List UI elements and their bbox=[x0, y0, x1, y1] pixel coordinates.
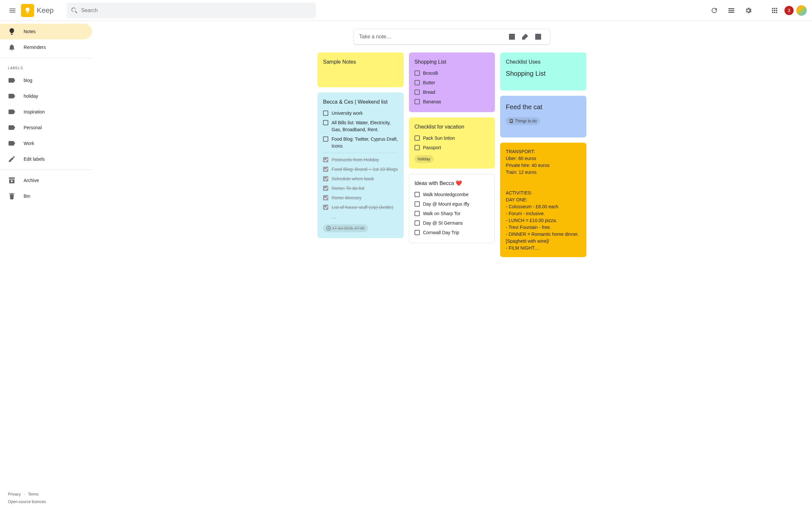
new-list-icon[interactable] bbox=[505, 30, 518, 43]
sidebar-item-label-work[interactable]: Work bbox=[0, 135, 92, 151]
menu-icon[interactable] bbox=[5, 3, 20, 18]
note-checklist-uses[interactable]: Checklist Uses Shopping List bbox=[500, 53, 586, 91]
note-sample-notes[interactable]: Sample Notes bbox=[317, 53, 404, 87]
checkbox-checked-icon[interactable] bbox=[323, 157, 328, 162]
checkbox-empty-icon[interactable] bbox=[414, 192, 420, 197]
checkbox-checked-icon[interactable] bbox=[323, 185, 328, 191]
list-item[interactable]: Rome: To do list bbox=[323, 184, 398, 193]
note-shopping-list[interactable]: Shopping List Brocolli Butter Bread Bana… bbox=[409, 53, 495, 112]
label-icon bbox=[8, 76, 24, 84]
list-item[interactable]: Day @ St Germans bbox=[414, 218, 489, 228]
sidebar-item-bin[interactable]: Bin bbox=[0, 188, 92, 204]
doc-chip[interactable]: Things to do bbox=[506, 117, 540, 125]
checkbox-checked-icon[interactable] bbox=[323, 167, 328, 172]
take-note-placeholder: Take a note… bbox=[359, 34, 505, 40]
licences-link[interactable]: Open-source licences bbox=[8, 500, 46, 504]
list-item[interactable]: Rome itinerary bbox=[323, 193, 398, 203]
note-title: Checklist Uses bbox=[506, 58, 581, 66]
sidebar-item-archive[interactable]: Archive bbox=[0, 172, 92, 188]
sidebar-label: Notes bbox=[24, 29, 36, 34]
logo-area[interactable]: Keep bbox=[21, 4, 54, 17]
list-item[interactable]: Food Blog: Twitter, Cyprus Draft, Icons bbox=[323, 134, 398, 151]
doc-icon bbox=[509, 119, 514, 123]
list-item[interactable]: Postcards from Holiday bbox=[323, 155, 398, 165]
checkbox-empty-icon[interactable] bbox=[414, 70, 420, 76]
list-item[interactable]: Bananas bbox=[414, 97, 489, 107]
terms-link[interactable]: Terms bbox=[28, 492, 39, 497]
refresh-icon[interactable] bbox=[707, 3, 721, 18]
account-avatar[interactable] bbox=[796, 5, 807, 16]
list-item[interactable]: Pack Sun lotion bbox=[414, 134, 489, 143]
sidebar-item-reminders[interactable]: Reminders bbox=[0, 39, 92, 55]
list-item[interactable]: Cornwall Day Trip bbox=[414, 228, 489, 237]
checkbox-empty-icon[interactable] bbox=[414, 201, 420, 207]
checkbox-empty-icon[interactable] bbox=[414, 99, 420, 104]
search-input[interactable] bbox=[78, 4, 312, 18]
checkbox-checked-icon[interactable] bbox=[323, 195, 328, 200]
sidebar-label: Work bbox=[24, 141, 34, 146]
list-item[interactable]: All Bills list: Water, Electricity, Gas,… bbox=[323, 118, 398, 134]
bulb-icon bbox=[8, 28, 24, 35]
sidebar-label: Personal bbox=[24, 125, 42, 130]
note-ideas-becca[interactable]: Ideas with Becca ❤️ Walk Mountedgcombe D… bbox=[409, 174, 495, 243]
list-item[interactable]: Bread bbox=[414, 88, 489, 97]
list-item[interactable]: University work bbox=[323, 108, 398, 118]
note-body: TRANSPORT: Uber: 60 euros Private hire: … bbox=[506, 148, 581, 251]
sidebar-label: Bin bbox=[24, 194, 30, 199]
new-image-icon[interactable] bbox=[532, 30, 545, 43]
app-name: Keep bbox=[37, 6, 54, 15]
note-vacation-checklist[interactable]: Checklist for vacation Pack Sun lotion P… bbox=[409, 117, 495, 169]
checkbox-empty-icon[interactable] bbox=[323, 120, 328, 125]
new-drawing-icon[interactable] bbox=[518, 30, 532, 43]
reminder-chip[interactable]: 17 Jul 2016, 07:00 bbox=[323, 224, 368, 232]
notifications-badge[interactable]: 3 bbox=[784, 6, 793, 15]
clock-icon bbox=[326, 226, 331, 231]
sidebar-item-label-inspiration[interactable]: Inspiration bbox=[0, 104, 92, 120]
take-note-bar[interactable]: Take a note… bbox=[353, 29, 550, 44]
list-item[interactable]: Passport bbox=[414, 143, 489, 152]
list-item[interactable]: Butter bbox=[414, 78, 489, 88]
note-feed-cat[interactable]: Feed the cat Things to do bbox=[500, 96, 586, 137]
sidebar-label: Reminders bbox=[24, 44, 46, 50]
checkbox-empty-icon[interactable] bbox=[323, 136, 328, 142]
checkbox-empty-icon[interactable] bbox=[414, 220, 420, 226]
privacy-link[interactable]: Privacy bbox=[8, 492, 21, 497]
note-title: Checklist for vacation bbox=[414, 123, 489, 131]
checkbox-empty-icon[interactable] bbox=[414, 80, 420, 85]
note-weekend-list[interactable]: Becca & Ces | Weekend list University wo… bbox=[317, 93, 404, 238]
checkbox-empty-icon[interactable] bbox=[414, 145, 420, 150]
checkbox-empty-icon[interactable] bbox=[414, 90, 420, 95]
list-item[interactable]: Brocolli bbox=[414, 69, 489, 78]
label-icon bbox=[8, 124, 24, 132]
apps-icon[interactable] bbox=[768, 3, 782, 18]
note-title: Shopping List bbox=[414, 58, 489, 66]
list-item[interactable]: Food Blog: Brand + 1st 10 Blogs bbox=[323, 165, 398, 174]
search-bar[interactable] bbox=[67, 3, 316, 19]
archive-icon bbox=[8, 176, 24, 184]
list-item[interactable]: List of house stuff (s/p) (kettle) bbox=[323, 203, 398, 212]
note-transport[interactable]: TRANSPORT: Uber: 60 euros Private hire: … bbox=[500, 143, 586, 257]
sidebar-item-edit-labels[interactable]: Edit labels bbox=[0, 151, 92, 167]
label-chip[interactable]: holiday bbox=[414, 155, 434, 163]
note-title: Becca & Ces | Weekend list bbox=[323, 98, 398, 106]
checkbox-checked-icon[interactable] bbox=[323, 205, 328, 210]
search-icon bbox=[70, 6, 78, 14]
list-item[interactable]: Schedule when back bbox=[323, 174, 398, 184]
sidebar-item-label-holiday[interactable]: holiday bbox=[0, 88, 92, 104]
settings-icon[interactable] bbox=[741, 3, 755, 18]
list-item[interactable]: Walk Mountedgcombe bbox=[414, 190, 489, 199]
checkbox-empty-icon[interactable] bbox=[414, 211, 420, 216]
list-view-icon[interactable] bbox=[724, 3, 739, 18]
list-overflow: … bbox=[323, 212, 398, 222]
sidebar-label: Inspiration bbox=[24, 109, 45, 114]
sidebar-item-notes[interactable]: Notes bbox=[0, 24, 92, 39]
list-item[interactable]: Day @ Mount egus iffy bbox=[414, 199, 489, 209]
checkbox-checked-icon[interactable] bbox=[323, 176, 328, 181]
sidebar-item-label-blog[interactable]: blog bbox=[0, 72, 92, 88]
checkbox-empty-icon[interactable] bbox=[323, 110, 328, 116]
header: Keep 3 bbox=[0, 0, 812, 21]
checkbox-empty-icon[interactable] bbox=[414, 135, 420, 141]
checkbox-empty-icon[interactable] bbox=[414, 230, 420, 235]
list-item[interactable]: Walk on Sharp Tor bbox=[414, 209, 489, 218]
sidebar-item-label-personal[interactable]: Personal bbox=[0, 120, 92, 135]
